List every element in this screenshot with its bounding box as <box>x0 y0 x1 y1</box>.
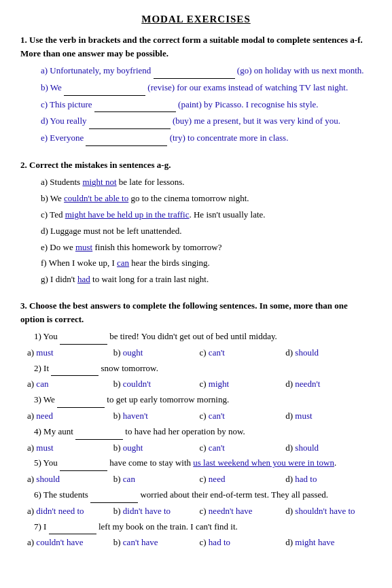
q3-7-blank <box>49 520 96 535</box>
q3-7-sentence: 7) I left my book on the train. I can't … <box>34 520 372 535</box>
s2-sentence-e: e) Do we must finish this homework by to… <box>41 241 372 255</box>
q3-2-options: a) can b) couldn't c) might d) needn't <box>27 377 372 392</box>
s1e-blank <box>86 131 167 146</box>
s1d-blank <box>89 114 171 129</box>
q3-1-options: a) must b) ought c) can't d) should <box>27 346 372 360</box>
q3-3-option-c: c) can't <box>200 409 286 423</box>
q3-3-option-b: b) haven't <box>113 409 200 423</box>
q3-6-option-b: b) didn't have to <box>113 504 200 519</box>
q3-2-option-a: a) can <box>27 377 113 392</box>
q3-3-sentence: 3) We to get up early tomorrow morning. <box>34 393 372 408</box>
section2-instruction: 2. Correct the mistakes in sentences a-g… <box>20 158 372 172</box>
s2-sentence-d: d) Luggage must not be left unattended. <box>41 224 372 239</box>
section-2: 2. Correct the mistakes in sentences a-g… <box>20 158 372 287</box>
s1c-blank <box>94 98 176 113</box>
q3-5-option-d: d) had to <box>285 472 372 487</box>
q3-2-option-c: c) might <box>200 377 286 392</box>
s1a-before: a) Unfortunately, my boyfriend <box>41 65 154 75</box>
section1-instruction: 1. Use the verb in brackets and the corr… <box>20 33 372 60</box>
s1-sentence-a: a) Unfortunately, my boyfriend (go) on h… <box>41 64 372 79</box>
q3-2-blank <box>51 362 99 377</box>
q3-5-option-a: a) should <box>27 472 113 487</box>
q3-4-option-b: b) ought <box>113 441 200 455</box>
s1-sentence-c: c) This picture (paint) by Picasso. I re… <box>41 98 372 113</box>
section-3: 3. Choose the best answers to complete t… <box>20 299 372 550</box>
s1-sentence-e: e) Everyone (try) to concentrate more in… <box>41 131 372 146</box>
s1d-after: (buy) me a present, but it was very kind… <box>171 116 340 126</box>
s1b-blank <box>64 81 145 96</box>
q3-6-option-c: c) needn't have <box>200 504 286 519</box>
q3-1-sentence: 1) You be tired! You didn't get out of b… <box>34 330 372 345</box>
s1c-after: (paint) by Picasso. I recognise his styl… <box>176 99 319 109</box>
section-1: 1. Use the verb in brackets and the corr… <box>20 33 372 146</box>
q3-2-option-d: d) needn't <box>285 377 372 392</box>
q3-6-sentence: 6) The students worried about their end-… <box>34 488 372 503</box>
q3-2-option-b: b) couldn't <box>113 377 200 392</box>
q3-6-blank <box>90 488 138 503</box>
q3-3-blank <box>57 393 105 408</box>
q3-7-option-b: b) can't have <box>113 536 200 550</box>
q3-7-options: a) couldn't have b) can't have c) had to… <box>27 536 372 550</box>
q3-1-option-a: a) must <box>27 346 113 360</box>
s1-sentence-b: b) We (revise) for our exams instead of … <box>41 81 372 96</box>
q3-1-option-d: d) should <box>285 346 372 360</box>
s2-sentence-g: g) I didn't had to wait long for a train… <box>41 273 372 287</box>
s1e-after: (try) to concentrate more in class. <box>167 133 288 143</box>
q3-5-option-c: c) need <box>200 472 286 487</box>
q3-7-option-d: d) might have <box>285 536 372 550</box>
s2-sentence-a: a) Students might not be late for lesson… <box>41 175 372 190</box>
q3-6-options: a) didn't need to b) didn't have to c) n… <box>27 504 372 519</box>
s1a-blank <box>154 64 235 79</box>
q3-3-option-a: a) need <box>27 409 113 423</box>
q3-4-options: a) must b) ought c) can't d) should <box>27 441 372 455</box>
q3-4-option-d: d) should <box>285 441 372 455</box>
q3-6-option-a: a) didn't need to <box>27 504 113 519</box>
q3-4-blank <box>75 425 123 440</box>
s1c-before: c) This picture <box>41 99 94 109</box>
s1a-after: (go) on holiday with us next month. <box>235 65 364 75</box>
s2-sentence-f: f) When I woke up, I can hear the birds … <box>41 256 372 271</box>
q3-5-sentence: 5) You have come to stay with us last we… <box>34 456 372 471</box>
q3-7-option-a: a) couldn't have <box>27 536 113 550</box>
s1e-before: e) Everyone <box>41 133 86 143</box>
s1-sentence-d: d) You really (buy) me a present, but it… <box>41 114 372 129</box>
q3-4-option-c: c) can't <box>200 441 286 455</box>
s2-sentence-b: b) We couldn't be able to go to the cine… <box>41 192 372 206</box>
q3-5-option-b: b) can <box>113 472 200 487</box>
s1d-before: d) You really <box>41 116 89 126</box>
q3-4-option-a: a) must <box>27 441 113 455</box>
section3-instruction: 3. Choose the best answers to complete t… <box>20 299 372 326</box>
q3-1-option-c: c) can't <box>200 346 286 360</box>
q3-7-option-c: c) had to <box>200 536 286 550</box>
page-title: MODAL EXERCISES <box>20 14 372 25</box>
q3-6-option-d: d) shouldn't have to <box>285 504 372 519</box>
q3-5-blank <box>60 456 107 471</box>
q3-1-blank <box>60 330 107 345</box>
q3-3-option-d: d) must <box>285 409 372 423</box>
q3-2-sentence: 2) It snow tomorrow. <box>34 362 372 377</box>
q3-4-sentence: 4) My aunt to have had her operation by … <box>34 425 372 440</box>
q3-5-options: a) should b) can c) need d) had to <box>27 472 372 487</box>
s1b-after: (revise) for our exams instead of watchi… <box>145 82 348 92</box>
q3-3-options: a) need b) haven't c) can't d) must <box>27 409 372 423</box>
q3-1-option-b: b) ought <box>113 346 200 360</box>
s2-sentence-c: c) Ted might have be held up in the traf… <box>41 208 372 222</box>
s1b-before: b) We <box>41 82 64 92</box>
